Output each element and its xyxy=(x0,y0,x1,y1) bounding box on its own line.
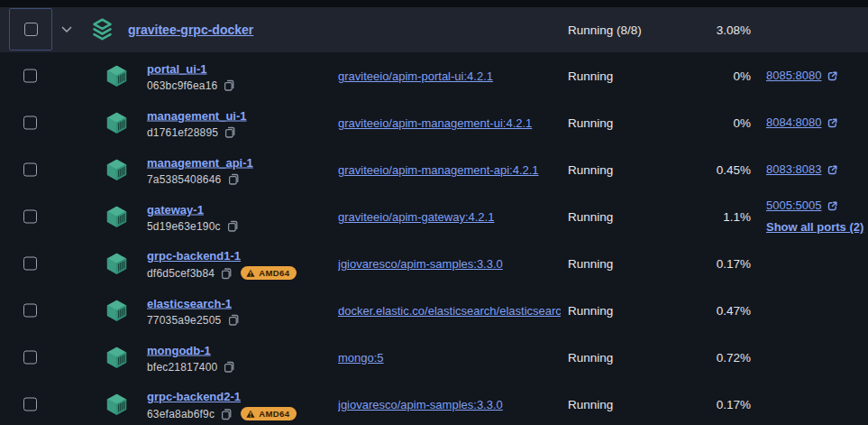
row-checkbox[interactable] xyxy=(23,163,37,177)
image-cell: jgiovaresco/apim-samples:3.3.0 xyxy=(338,396,561,412)
platform-badge: AMD64 xyxy=(241,266,297,280)
name-cell: gateway-1 5d19e63e190c xyxy=(147,201,239,233)
container-id: df6d5cef3b84 xyxy=(147,267,215,280)
container-icon xyxy=(105,65,128,87)
container-row: elasticsearch-1 77035a9e2505 docker.elas… xyxy=(0,287,868,334)
show-all-ports-link[interactable]: Show all ports (2) xyxy=(766,217,863,238)
chevron-down-icon[interactable] xyxy=(60,23,73,36)
image-cell: docker.elastic.co/elasticsearch/elastics… xyxy=(338,302,561,319)
container-name-link[interactable]: portal_ui-1 xyxy=(147,62,206,77)
container-name-link[interactable]: elasticsearch-1 xyxy=(147,297,232,311)
container-name-link[interactable]: mongodb-1 xyxy=(147,344,211,358)
copy-icon[interactable] xyxy=(227,314,240,327)
container-name-link[interactable]: grpc-backend2-1 xyxy=(147,390,241,404)
container-name-link[interactable]: grpc-backend1-1 xyxy=(147,249,241,263)
port-line: 8083:8083 xyxy=(766,159,838,180)
row-checkbox[interactable] xyxy=(23,351,37,365)
group-checkbox-cell xyxy=(9,8,52,51)
image-link[interactable]: graviteeio/apim-management-api:4.2.1 xyxy=(338,163,539,177)
ports-cell: 8085:8080 xyxy=(766,65,838,87)
row-checkbox[interactable] xyxy=(23,210,37,224)
port-link[interactable]: 8083:8083 xyxy=(766,159,821,180)
image-link[interactable]: mongo:5 xyxy=(338,351,384,365)
copy-icon[interactable] xyxy=(220,267,233,280)
container-icon xyxy=(105,300,128,321)
group-cpu-usage: 3.08% xyxy=(661,23,751,37)
name-cell: management_api-1 7a5385408646 xyxy=(147,154,253,186)
container-row: gateway-1 5d19e63e190c graviteeio/apim-g… xyxy=(0,193,868,240)
container-status: Running xyxy=(568,116,613,130)
container-name-link[interactable]: management_api-1 xyxy=(147,156,253,171)
name-cell: mongodb-1 bfec21817400 xyxy=(147,342,235,374)
image-cell: mongo:5 xyxy=(338,349,561,365)
group-checkbox[interactable] xyxy=(24,23,38,36)
image-cell: graviteeio/apim-portal-ui:4.2.1 xyxy=(338,68,561,84)
copy-icon[interactable] xyxy=(223,79,235,92)
ports-cell: 8084:8080 xyxy=(766,112,838,134)
container-status: Running xyxy=(568,257,613,271)
container-row: grpc-backend1-1 df6d5cef3b84 AMD64 xyxy=(0,240,868,287)
image-link[interactable]: jgiovaresco/apim-samples:3.3.0 xyxy=(338,257,503,271)
compose-group-row: gravitee-grpc-docker Running (8/8) 3.08% xyxy=(0,7,868,52)
container-name-link[interactable]: management_ui-1 xyxy=(147,109,247,124)
copy-icon[interactable] xyxy=(220,408,233,420)
external-link-icon xyxy=(827,200,838,212)
container-id: 7a5385408646 xyxy=(147,173,222,186)
copy-icon[interactable] xyxy=(224,126,236,139)
external-link-icon xyxy=(827,164,838,176)
port-line: 8085:8080 xyxy=(766,65,838,87)
row-checkbox[interactable] xyxy=(23,398,37,411)
container-status: Running xyxy=(568,304,613,318)
image-cell: jgiovaresco/apim-samples:3.3.0 xyxy=(338,255,561,272)
container-row: portal_ui-1 063bc9f6ea16 graviteeio/apim… xyxy=(0,52,868,99)
port-link[interactable]: 8084:8080 xyxy=(766,112,821,134)
compose-group-name-link[interactable]: gravitee-grpc-docker xyxy=(128,23,253,37)
cpu-usage: 0% xyxy=(661,116,751,130)
ports-cell: 5005:5005 Show all ports (2) xyxy=(766,195,863,238)
external-link-icon xyxy=(827,70,838,82)
warning-icon xyxy=(246,410,255,419)
platform-badge-label: AMD64 xyxy=(259,409,289,419)
container-name-link[interactable]: gateway-1 xyxy=(147,203,204,217)
container-rows: portal_ui-1 063bc9f6ea16 graviteeio/apim… xyxy=(0,52,868,425)
row-checkbox[interactable] xyxy=(23,257,37,271)
name-cell: portal_ui-1 063bc9f6ea16 xyxy=(147,60,235,92)
name-cell: elasticsearch-1 77035a9e2505 xyxy=(147,295,240,327)
image-cell: graviteeio/apim-management-api:4.2.1 xyxy=(338,162,561,178)
container-icon xyxy=(105,253,128,274)
container-status: Running xyxy=(568,351,613,365)
container-icon xyxy=(105,206,128,227)
image-link[interactable]: graviteeio/apim-portal-ui:4.2.1 xyxy=(338,69,493,83)
platform-badge-label: AMD64 xyxy=(259,268,289,278)
row-checkbox[interactable] xyxy=(23,69,37,83)
cpu-usage: 0% xyxy=(661,69,751,83)
cpu-usage: 0.17% xyxy=(661,257,751,271)
container-icon xyxy=(105,346,128,368)
port-line: 5005:5005 xyxy=(766,195,863,217)
name-cell: management_ui-1 d1761ef28895 xyxy=(147,107,247,139)
compose-stack-icon xyxy=(90,18,114,42)
container-status: Running xyxy=(568,210,613,224)
cpu-usage: 0.47% xyxy=(661,304,751,318)
port-link[interactable]: 8085:8080 xyxy=(766,65,821,87)
external-link-icon xyxy=(827,117,838,129)
row-checkbox[interactable] xyxy=(23,304,37,318)
table-top-divider xyxy=(0,0,868,7)
row-checkbox[interactable] xyxy=(23,116,37,130)
image-link[interactable]: docker.elastic.co/elasticsearch/elastics… xyxy=(338,304,561,318)
copy-icon[interactable] xyxy=(226,220,239,233)
copy-icon[interactable] xyxy=(223,361,235,374)
container-id: 5d19e63e190c xyxy=(147,220,221,233)
image-link[interactable]: jgiovaresco/apim-samples:3.3.0 xyxy=(338,398,503,411)
port-line: 8084:8080 xyxy=(766,112,838,134)
image-link[interactable]: graviteeio/apim-gateway:4.2.1 xyxy=(338,210,494,224)
copy-icon[interactable] xyxy=(227,173,240,186)
container-id: d1761ef28895 xyxy=(147,126,218,139)
image-link[interactable]: graviteeio/apim-management-ui:4.2.1 xyxy=(338,116,532,130)
container-id: 063bc9f6ea16 xyxy=(147,79,217,92)
group-status: Running (8/8) xyxy=(568,23,642,37)
container-id: bfec21817400 xyxy=(147,361,217,374)
port-link[interactable]: 5005:5005 xyxy=(766,195,821,217)
container-row: management_api-1 7a5385408646 graviteeio… xyxy=(0,146,868,193)
container-status: Running xyxy=(568,69,613,83)
